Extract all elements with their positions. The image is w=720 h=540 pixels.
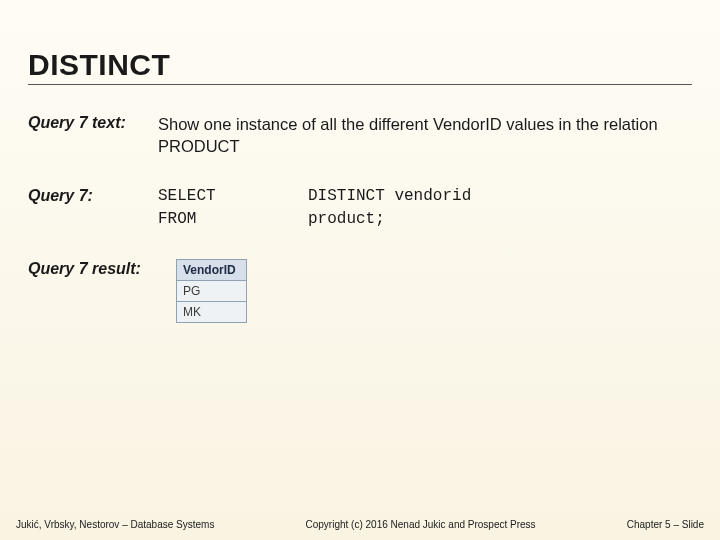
query7-result-row: Query 7 result: VendorID PG MK [28,259,692,323]
sql-value-from: product; [308,209,692,231]
query7-text-label: Query 7 text: [28,113,158,132]
result-cell: PG [177,280,247,301]
query7-sql-code: SELECT DISTINCT vendorid FROM product; [158,186,692,231]
query7-text-row: Query 7 text: Show one instance of all t… [28,113,692,158]
sql-value-select: DISTINCT vendorid [308,186,692,208]
sql-keyword-select: SELECT [158,186,308,208]
footer-authors: Jukić, Vrbsky, Nestorov – Database Syste… [16,519,224,530]
sql-keyword-from: FROM [158,209,308,231]
query7-result-table: VendorID PG MK [176,259,247,323]
table-row: MK [177,301,247,322]
table-row: PG [177,280,247,301]
result-cell: MK [177,301,247,322]
result-header-vendorid: VendorID [177,259,247,280]
footer-copyright: Copyright (c) 2016 Nenad Jukic and Prosp… [224,519,616,530]
query7-sql-label: Query 7: [28,186,158,205]
query7-sql-row: Query 7: SELECT DISTINCT vendorid FROM p… [28,186,692,231]
footer-chapter: Chapter 5 – Slide [617,519,704,530]
query7-result-label: Query 7 result: [28,259,158,278]
query7-text-body: Show one instance of all the different V… [158,113,692,158]
query7-result-table-wrap: VendorID PG MK [176,259,247,323]
slide-title: DISTINCT [28,48,692,85]
slide-footer: Jukić, Vrbsky, Nestorov – Database Syste… [0,519,720,530]
